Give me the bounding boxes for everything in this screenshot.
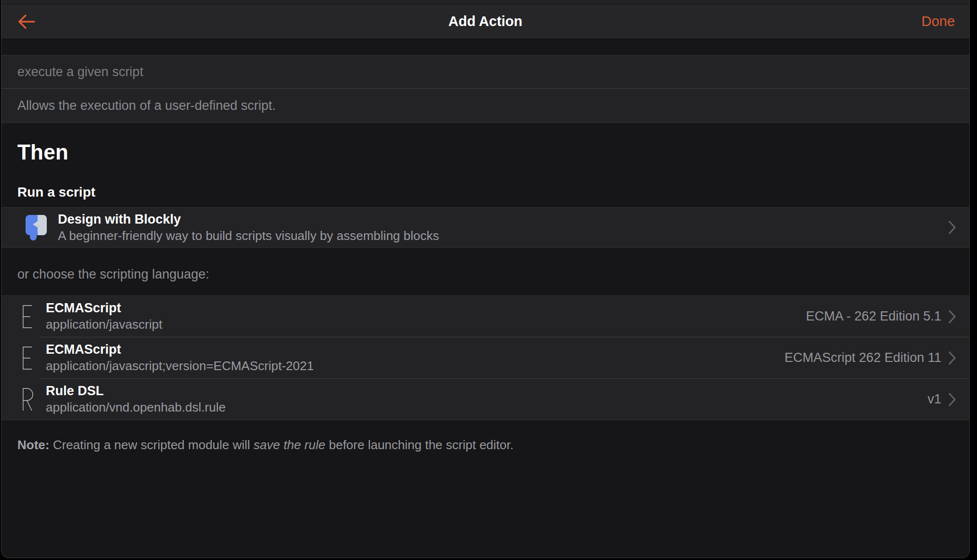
back-button[interactable] [16, 13, 36, 30]
navbar-left [16, 13, 448, 30]
navbar-right: Done [522, 13, 955, 29]
list-item-title: ECMAScript [46, 342, 775, 357]
chevron-right-icon [948, 220, 957, 235]
list-item-text: ECMAScript application/javascript;versio… [46, 342, 775, 374]
list-item-rule-dsl[interactable]: Rule DSL application/vnd.openhab.dsl.rul… [1, 379, 969, 420]
blockly-card: Design with Blockly A beginner-friendly … [1, 207, 969, 248]
then-heading: Then [17, 140, 953, 164]
module-description-input[interactable]: execute a given script [17, 65, 953, 80]
modal-top-strip [1, 0, 969, 4]
back-arrow-icon [16, 13, 36, 30]
chevron-right-icon [948, 309, 957, 324]
module-config-card: execute a given script Allows the execut… [1, 55, 969, 123]
chevron-right-icon [948, 392, 957, 407]
note-after: before launching the script editor. [326, 438, 514, 452]
blockly-icon [25, 214, 48, 241]
module-help-text: Allows the execution of a user-defined s… [1, 89, 969, 122]
letter-r-icon [21, 387, 37, 413]
module-description-row[interactable]: execute a given script [1, 55, 969, 88]
design-with-blockly-item[interactable]: Design with Blockly A beginner-friendly … [1, 208, 969, 247]
letter-e-icon [21, 304, 37, 330]
language-list: ECMAScript application/javascript ECMA -… [1, 295, 969, 420]
chevron-right-icon [948, 351, 957, 365]
blockly-item-text: Design with Blockly A beginner-friendly … [58, 212, 941, 244]
list-item-text: ECMAScript application/javascript [46, 300, 796, 333]
navbar: Add Action Done [1, 4, 969, 39]
done-button[interactable]: Done [922, 13, 955, 29]
list-item-subtitle: application/javascript;version=ECMAScrip… [46, 358, 775, 374]
list-item-version: ECMA - 262 Edition 5.1 [806, 309, 941, 324]
letter-e-icon [21, 345, 37, 371]
blockly-item-subtitle: A beginner-friendly way to build scripts… [58, 228, 941, 244]
list-item-subtitle: application/javascript [46, 317, 796, 333]
blockly-item-title: Design with Blockly [58, 212, 941, 227]
list-item-ecmascript-5[interactable]: ECMAScript application/javascript ECMA -… [1, 296, 969, 337]
list-item-subtitle: application/vnd.openhab.dsl.rule [46, 400, 918, 415]
run-a-script-heading: Run a script [17, 185, 953, 200]
add-action-modal: Add Action Done execute a given script A… [1, 0, 970, 558]
list-item-ecmascript-2021[interactable]: ECMAScript application/javascript;versio… [1, 337, 969, 378]
list-item-version: ECMAScript 262 Edition 11 [785, 350, 941, 365]
list-item-text: Rule DSL application/vnd.openhab.dsl.rul… [46, 383, 918, 415]
note-label: Note: [17, 438, 49, 452]
page-title: Add Action [448, 13, 523, 29]
choose-language-label: or choose the scripting language: [17, 267, 953, 282]
list-item-version: v1 [927, 392, 941, 407]
note-italic: save the rule [254, 438, 326, 452]
note-before: Creating a new scripted module will [49, 438, 253, 452]
list-item-title: ECMAScript [46, 300, 796, 316]
note-text: Note: Creating a new scripted module wil… [17, 437, 953, 453]
list-item-title: Rule DSL [46, 383, 918, 399]
